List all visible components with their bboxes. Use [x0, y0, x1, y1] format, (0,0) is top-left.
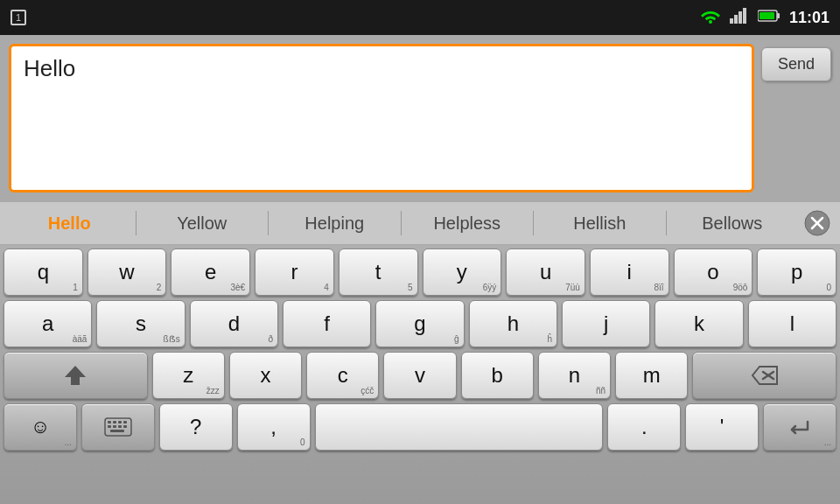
svg-rect-2	[738, 11, 742, 24]
key-.[interactable]: .	[607, 403, 681, 451]
key-b[interactable]: b	[461, 352, 534, 399]
suggestion-helping[interactable]: Helping	[269, 210, 401, 237]
key-label: k	[694, 313, 704, 334]
key-label: u	[540, 262, 551, 283]
key-l[interactable]: l	[748, 300, 836, 347]
key-?[interactable]: ?	[159, 403, 233, 451]
key-label: m	[643, 365, 661, 386]
key-keyboard[interactable]	[81, 403, 155, 451]
svg-rect-20	[113, 425, 116, 428]
key-sublabel: 4	[324, 283, 329, 292]
key-del[interactable]	[692, 352, 836, 399]
key-j[interactable]: j	[562, 300, 650, 347]
key-label: e	[205, 262, 216, 283]
key-label: y	[457, 262, 467, 283]
suggestion-helpless[interactable]: Helpless	[402, 210, 534, 237]
message-area: Hello Send	[0, 35, 840, 201]
key-sublabel: 0	[300, 438, 305, 447]
suggestion-yellow[interactable]: Yellow	[136, 210, 269, 237]
key-i[interactable]: i8ïî	[590, 248, 669, 296]
key-q[interactable]: q1	[4, 248, 83, 296]
svg-rect-16	[113, 421, 116, 424]
key-label: z	[183, 365, 193, 386]
key-t[interactable]: t5	[339, 248, 418, 296]
svg-rect-1	[734, 15, 738, 24]
svg-rect-5	[777, 13, 780, 18]
key-label: i	[627, 262, 632, 283]
key-m[interactable]: m	[615, 352, 688, 399]
key-sublabel: ĥ	[547, 334, 552, 344]
key-label: v	[415, 365, 425, 386]
key-sublabel: ññ	[596, 386, 606, 396]
keyboard: q1w2e3è€r4t5y6ÿýu7üùi8ïîo9öôp0aàäãsßẞsdð…	[0, 245, 840, 504]
key-label: s	[136, 313, 146, 334]
key-p[interactable]: p0	[757, 248, 836, 296]
key-label: ?	[190, 416, 201, 438]
status-left: 1	[10, 10, 26, 25]
svg-marker-11	[752, 367, 777, 384]
key-label: w	[119, 262, 134, 283]
key-shift[interactable]	[4, 352, 148, 399]
key-v[interactable]: v	[383, 352, 456, 399]
key-space[interactable]	[315, 403, 604, 451]
send-button[interactable]: Send	[761, 47, 831, 81]
key-label: p	[791, 262, 802, 283]
key-r[interactable]: r4	[255, 248, 334, 296]
key-z[interactable]: zžzz	[152, 352, 225, 399]
key-label: .	[641, 416, 648, 438]
shift-icon	[63, 363, 88, 388]
wifi-icon	[700, 8, 721, 27]
key-k[interactable]: k	[654, 300, 743, 347]
key-e[interactable]: e3è€	[171, 248, 250, 296]
svg-rect-19	[108, 425, 111, 428]
key-o[interactable]: o9öô	[674, 248, 753, 296]
suggestion-bellows[interactable]: Bellows	[667, 210, 799, 237]
key-'[interactable]: '	[685, 403, 759, 451]
key-emoji[interactable]: ☺...	[4, 403, 77, 451]
suggestion-hello[interactable]: Hello	[4, 210, 136, 237]
key-c[interactable]: cçćč	[306, 352, 379, 399]
text-input-container[interactable]: Hello	[9, 44, 754, 192]
key-u[interactable]: u7üù	[506, 248, 585, 296]
suggestions-bar: HelloYellowHelpingHelplessHellishBellows	[0, 201, 840, 245]
svg-rect-18	[123, 421, 127, 424]
key-sublabel: àäã	[73, 334, 88, 344]
status-right: 11:01	[700, 8, 830, 27]
key-enter[interactable]: ...	[763, 403, 836, 451]
key-y[interactable]: y6ÿý	[423, 248, 502, 296]
key-label: x	[260, 365, 270, 386]
notification-icon: 1	[10, 10, 26, 25]
status-time: 11:01	[789, 9, 830, 27]
key-sublabel: 8ïî	[654, 283, 663, 292]
key-d[interactable]: dð	[190, 300, 278, 347]
key-label: g	[414, 313, 425, 334]
svg-rect-21	[118, 425, 122, 428]
key-label: b	[492, 365, 503, 386]
svg-rect-6	[760, 12, 774, 19]
key-label: o	[707, 262, 718, 283]
key-sublabel: ßẞs	[164, 334, 180, 344]
suggestions-container: HelloYellowHelpingHelplessHellishBellows	[4, 210, 798, 237]
key-x[interactable]: x	[229, 352, 302, 399]
key-row-3: ☺... ?,0.' ...	[4, 403, 836, 451]
key-label: q	[38, 262, 49, 283]
message-input[interactable]: Hello	[24, 55, 739, 178]
key-sublabel: 2	[157, 283, 162, 292]
key-n[interactable]: nññ	[538, 352, 611, 399]
suggestion-hellish[interactable]: Hellish	[534, 210, 666, 237]
key-s[interactable]: sßẞs	[96, 300, 185, 347]
key-,[interactable]: ,0	[237, 403, 311, 451]
svg-rect-3	[743, 8, 746, 24]
enter-icon	[787, 417, 813, 437]
key-label: l	[790, 313, 794, 334]
key-f[interactable]: f	[283, 300, 371, 347]
close-suggestions-button[interactable]	[798, 204, 836, 242]
key-label: t	[375, 262, 382, 283]
key-w[interactable]: w2	[88, 248, 167, 296]
key-label: h	[508, 313, 519, 334]
key-label: a	[42, 313, 53, 334]
key-g[interactable]: gĝ	[375, 300, 464, 347]
key-a[interactable]: aàäã	[4, 300, 92, 347]
key-h[interactable]: hĥ	[469, 300, 557, 347]
keyboard-rows: q1w2e3è€r4t5y6ÿýu7üùi8ïîo9öôp0aàäãsßẞsdð…	[4, 248, 836, 451]
